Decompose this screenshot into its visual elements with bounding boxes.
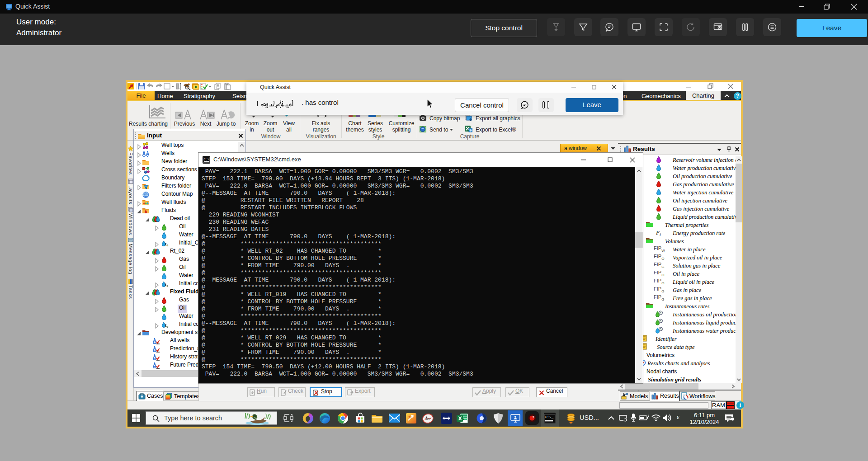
svg-text:i: i (660, 232, 661, 236)
svg-text:0: 0 (167, 244, 169, 247)
svg-text:C:\: C:\ (204, 158, 210, 161)
svg-text:0: 0 (167, 284, 169, 287)
svg-text:0: 0 (167, 325, 169, 328)
svg-text:C:\_: C:\_ (545, 415, 553, 419)
